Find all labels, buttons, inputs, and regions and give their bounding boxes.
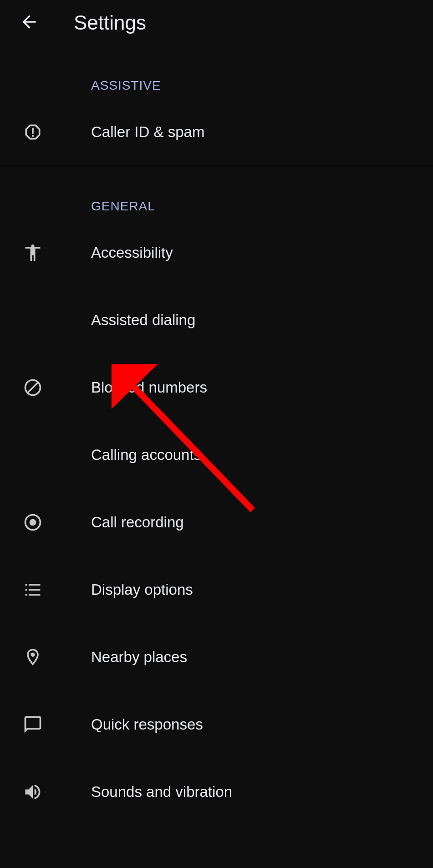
item-label: Quick responses <box>91 716 203 733</box>
section-header-assistive: ASSISTIVE <box>0 46 433 98</box>
item-display-options[interactable]: Display options <box>0 556 433 623</box>
app-bar: Settings <box>0 0 433 46</box>
item-assisted-dialing[interactable]: Assisted dialing <box>0 286 433 354</box>
location-icon <box>20 644 46 670</box>
item-label: Call recording <box>91 514 184 531</box>
item-blocked-numbers[interactable]: Blocked numbers <box>0 354 433 421</box>
item-label: Nearby places <box>91 648 187 666</box>
volume-icon <box>20 779 46 805</box>
svg-point-1 <box>31 653 35 657</box>
page-title: Settings <box>74 11 146 34</box>
item-label: Calling accounts <box>91 446 201 464</box>
item-quick-responses[interactable]: Quick responses <box>0 691 433 758</box>
item-sounds-vibration[interactable]: Sounds and vibration <box>0 758 433 826</box>
record-icon <box>20 510 46 535</box>
report-icon <box>20 119 46 145</box>
item-label: Blocked numbers <box>91 379 207 396</box>
item-label: Assisted dialing <box>91 311 195 329</box>
svg-point-0 <box>30 519 36 526</box>
list-icon <box>20 577 46 602</box>
arrow-back-icon <box>19 12 39 34</box>
item-label: Caller ID & spam <box>91 123 204 141</box>
section-header-general: GENERAL <box>0 166 433 219</box>
item-call-recording[interactable]: Call recording <box>0 489 433 556</box>
item-nearby-places[interactable]: Nearby places <box>0 623 433 691</box>
item-accessibility[interactable]: Accessibility <box>0 219 433 286</box>
chat-icon <box>20 712 46 737</box>
item-label: Accessibility <box>91 244 173 261</box>
back-button[interactable] <box>16 10 42 36</box>
accessibility-icon <box>20 240 46 266</box>
item-label: Sounds and vibration <box>91 783 232 801</box>
item-label: Display options <box>91 581 193 598</box>
item-caller-id-spam[interactable]: Caller ID & spam <box>0 98 433 166</box>
block-icon <box>20 375 46 400</box>
item-calling-accounts[interactable]: Calling accounts <box>0 421 433 489</box>
